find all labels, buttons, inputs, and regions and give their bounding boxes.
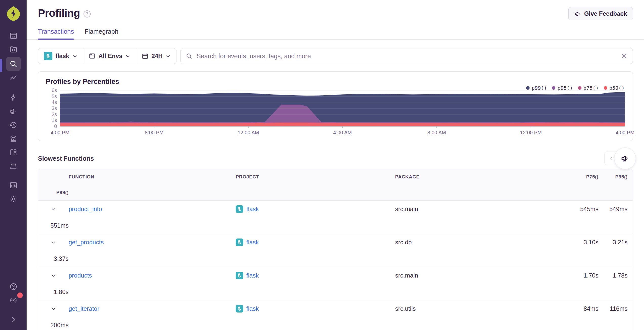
function-link[interactable]: get_iterator — [69, 305, 99, 312]
gear-icon — [9, 195, 17, 203]
close-icon — [621, 53, 628, 59]
package-cell: src.utils — [395, 300, 569, 317]
y-tick-label: 2s — [52, 112, 57, 117]
sidebar-item-releases[interactable] — [6, 160, 21, 172]
p95-cell: 116ms — [598, 300, 628, 317]
x-axis-labels: 4:00 PM8:00 PM12:00 AM4:00 AM8:00 AM12:0… — [46, 129, 625, 136]
project-link[interactable]: flask — [246, 305, 259, 312]
help-icon — [9, 283, 17, 291]
environment-filter[interactable]: All Envs — [83, 48, 136, 64]
search-input[interactable] — [196, 52, 617, 60]
function-link[interactable]: product_info — [69, 206, 102, 213]
slowest-functions-pager — [605, 152, 633, 165]
sidebar-item-help[interactable] — [6, 280, 21, 293]
sidebar-item-settings[interactable] — [6, 193, 21, 205]
package-cell: src.db — [395, 234, 569, 251]
sidebar-item-whats-new[interactable] — [6, 294, 21, 307]
search-icon — [9, 60, 17, 68]
p99-cell: 200ms — [38, 317, 69, 330]
main-content: Profiling ? Give Feedback Transactions F… — [27, 0, 644, 330]
table-row: get_iterator flask src.utils 84ms 116ms … — [38, 300, 633, 330]
y-tick-label: 1s — [52, 117, 57, 123]
flask-project-icon — [236, 205, 243, 213]
megaphone-icon — [574, 10, 581, 17]
app-root: Profiling ? Give Feedback Transactions F… — [0, 0, 644, 330]
archive-box-icon — [9, 162, 17, 170]
percentiles-chart: 6s5s4s3s2s1s0 4:00 PM8:00 PM12:00 AM4:00… — [46, 89, 625, 136]
chevron-left-icon — [609, 156, 614, 161]
x-tick-label: 4:00 PM — [51, 130, 69, 136]
window-icon — [89, 53, 95, 59]
tab-transactions[interactable]: Transactions — [38, 28, 74, 39]
table-header-row: FUNCTION PROJECT PACKAGE P75() P95() P99… — [38, 169, 633, 201]
project-filter[interactable]: flask — [38, 48, 83, 64]
expand-chevron-icon[interactable] — [51, 240, 56, 245]
y-tick-label: 3s — [52, 105, 57, 111]
y-axis-labels: 6s5s4s3s2s1s0 — [46, 89, 58, 128]
give-feedback-button[interactable]: Give Feedback — [568, 7, 633, 20]
sidebar — [0, 0, 27, 330]
project-link[interactable]: flask — [246, 239, 259, 246]
page-filter-group: flask All Envs 24H — [38, 48, 176, 64]
expand-chevron-icon[interactable] — [51, 273, 56, 278]
p75-cell: 545ms — [569, 201, 598, 217]
function-link[interactable]: get_products — [69, 239, 104, 246]
stats-icon — [9, 181, 17, 189]
col-package: PACKAGE — [395, 169, 569, 185]
p75-cell: 84ms — [569, 300, 598, 317]
help-tooltip-icon[interactable]: ? — [84, 10, 91, 17]
date-range-filter[interactable]: 24H — [136, 48, 176, 64]
clear-search-button[interactable] — [621, 53, 628, 59]
project-link[interactable]: flask — [246, 206, 259, 213]
history-clock-icon — [9, 121, 17, 129]
sidebar-item-issues[interactable] — [6, 29, 21, 42]
siren-icon — [9, 135, 17, 143]
sidebar-item-replays[interactable] — [6, 119, 21, 131]
tab-bar: Transactions Flamegraph — [27, 28, 644, 40]
sidebar-item-projects[interactable] — [6, 43, 21, 56]
y-tick-label: 4s — [52, 99, 57, 105]
expand-chevron-icon[interactable] — [51, 207, 56, 212]
issues-icon — [9, 32, 17, 40]
search-icon — [186, 53, 192, 59]
dashboard-icon — [9, 148, 17, 156]
chevron-down-icon — [125, 53, 130, 59]
p95-cell: 549ms — [598, 201, 628, 217]
sidebar-item-dashboards[interactable] — [6, 146, 21, 159]
col-p99[interactable]: P99() — [38, 185, 69, 200]
search-bar — [180, 48, 633, 64]
sidebar-item-insights[interactable] — [6, 91, 21, 104]
tab-flamegraph[interactable]: Flamegraph — [85, 28, 118, 39]
table-row: products flask src.main 1.70s 1.78s 1.80… — [38, 267, 633, 300]
col-p75[interactable]: P75() — [569, 169, 598, 185]
notification-dot — [17, 292, 23, 298]
environment-filter-value: All Envs — [98, 52, 123, 60]
floating-feedback-button[interactable] — [614, 148, 636, 169]
page-header: Profiling ? Give Feedback — [38, 0, 633, 20]
x-tick-label: 12:00 AM — [238, 130, 259, 136]
chevron-down-icon — [166, 53, 171, 59]
function-link[interactable]: products — [69, 272, 92, 279]
p95-cell: 3.21s — [598, 234, 628, 251]
p99-cell: 3.37s — [38, 251, 69, 267]
sidebar-item-user-feedback[interactable] — [6, 105, 21, 118]
project-link[interactable]: flask — [246, 272, 259, 279]
sentry-logo[interactable] — [5, 6, 22, 22]
sidebar-item-performance[interactable] — [6, 72, 21, 85]
megaphone-icon — [620, 154, 630, 163]
expand-chevron-icon[interactable] — [51, 306, 56, 311]
p95-cell: 1.78s — [598, 267, 628, 284]
broadcast-icon — [9, 296, 17, 304]
sidebar-item-stats[interactable] — [6, 179, 21, 192]
sidebar-collapse-toggle[interactable] — [6, 313, 21, 326]
filter-bar: flask All Envs 24H — [38, 48, 633, 64]
sidebar-item-alerts[interactable] — [6, 132, 21, 145]
sidebar-item-explore[interactable] — [6, 57, 21, 71]
chevron-right-icon — [9, 316, 17, 324]
lightning-icon — [9, 94, 17, 102]
col-p95[interactable]: P95() — [598, 169, 628, 185]
slowest-functions-header: Slowest Functions — [38, 152, 633, 165]
section-title: Slowest Functions — [38, 155, 94, 162]
chevron-down-icon — [72, 53, 77, 59]
table-row: product_info flask src.main 545ms 549ms … — [38, 201, 633, 234]
